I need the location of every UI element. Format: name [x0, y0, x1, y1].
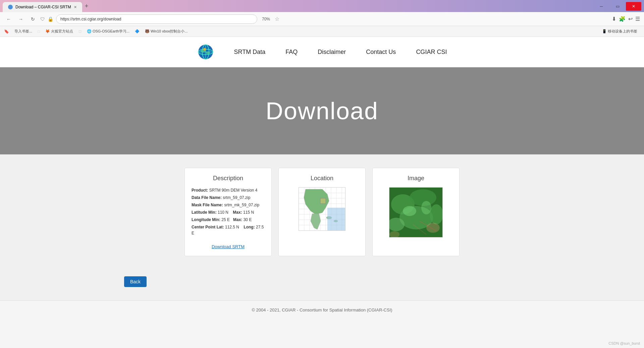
latitude-field: Latitude Min: 110 N Max: 115 N: [192, 209, 265, 215]
download-icon[interactable]: ⬇: [612, 16, 616, 22]
bookmark-win10[interactable]: 🐻 Win10 xbox控制台小...: [142, 28, 191, 34]
shield-icon: 🛡: [40, 16, 45, 22]
hero-banner: Download: [0, 67, 644, 154]
product-field: Product: SRTM 90m DEM Version 4: [192, 187, 265, 193]
srtm-terrain-image: [389, 187, 443, 237]
svg-point-36: [421, 201, 431, 214]
bookmark-import[interactable]: 导入书签...: [12, 28, 35, 34]
menu-icon[interactable]: ☰: [635, 16, 640, 22]
site-logo[interactable]: [197, 44, 214, 60]
bookmarks-bar: 🔖 导入书签... □ 🦊 火狐官方站点 ◻ 🌐 OSG-OSGEarth学习.…: [0, 26, 644, 37]
srtm-data-link[interactable]: SRTM Data: [234, 49, 266, 56]
data-file-field: Data File Name: srtm_59_07.zip: [192, 195, 265, 201]
location-card: Location: [278, 168, 366, 256]
url-bar[interactable]: [56, 14, 257, 24]
back-section: Back: [0, 276, 644, 300]
disclaimer-link[interactable]: Disclaimer: [318, 49, 346, 56]
browser-chrome: Download – CGIAR-CSI SRTM ✕ + ─ ▭ ✕ ← → …: [0, 0, 644, 37]
page-wrapper: SRTM Data FAQ Disclaimer Contact Us CGIA…: [0, 37, 644, 319]
bookmark-mobile[interactable]: 📱 移动设备上的书签: [599, 28, 640, 34]
svg-rect-28: [320, 198, 326, 204]
image-card-title: Image: [379, 175, 452, 182]
forward-nav-btn[interactable]: →: [16, 14, 25, 24]
window-controls: ─ ▭ ✕: [594, 2, 641, 12]
svg-rect-27: [327, 208, 345, 231]
svg-point-6: [206, 52, 210, 54]
cgiar-csi-link[interactable]: CGIAR CSI: [416, 49, 447, 56]
longitude-field: Longitude Min: 25 E Max: 30 E: [192, 217, 265, 223]
description-card-title: Description: [192, 175, 265, 182]
tab-close-btn[interactable]: ✕: [74, 5, 77, 9]
svg-marker-24: [311, 214, 321, 229]
site-footer: © 2004 - 2021, CGIAR - Consortium for Sp…: [0, 300, 644, 319]
description-card: Description Product: SRTM 90m DEM Versio…: [184, 168, 272, 256]
active-tab[interactable]: Download – CGIAR-CSI SRTM ✕: [3, 2, 82, 12]
download-srtm-link[interactable]: Download SRTM: [192, 244, 265, 249]
faq-link[interactable]: FAQ: [285, 49, 298, 56]
svg-point-7: [203, 48, 206, 51]
contact-us-link[interactable]: Contact Us: [366, 49, 396, 56]
bookmark-icon: 🔖: [4, 29, 9, 34]
svg-point-37: [426, 223, 440, 233]
footer-text: © 2004 - 2021, CGIAR - Consortium for Sp…: [252, 307, 392, 312]
extensions-icon[interactable]: 🧩: [619, 16, 626, 22]
location-map: [299, 187, 345, 231]
tab-bar: Download – CGIAR-CSI SRTM ✕ + ─ ▭ ✕: [0, 0, 644, 12]
image-card: Image: [372, 168, 460, 256]
center-point-field: Center Point Lat: 112.5 N Long: 27.5 E: [192, 224, 265, 236]
mask-file-field: Mask File Name: srtm_mk_59_07.zip: [192, 202, 265, 208]
site-nav: SRTM Data FAQ Disclaimer Contact Us CGIA…: [0, 37, 644, 67]
location-card-title: Location: [285, 175, 359, 182]
back-nav-btn[interactable]: ←: [4, 14, 13, 24]
description-fields: Product: SRTM 90m DEM Version 4 Data Fil…: [192, 187, 265, 236]
lock-icon: 🔒: [48, 16, 53, 22]
minimize-btn[interactable]: ─: [594, 2, 609, 11]
main-content: Description Product: SRTM 90m DEM Versio…: [0, 154, 644, 276]
reload-btn[interactable]: ↻: [28, 14, 38, 24]
address-bar: ← → ↻ 🛡 🔒 70% ☆ ⬇ 🧩 ↩ ☰: [0, 12, 644, 26]
bookmark-star-icon[interactable]: ☆: [275, 16, 279, 22]
new-tab-btn[interactable]: +: [82, 3, 91, 10]
zoom-level[interactable]: 70%: [260, 16, 272, 22]
page-title: Download: [266, 97, 378, 125]
svg-point-35: [403, 206, 416, 216]
close-btn[interactable]: ✕: [626, 2, 641, 11]
tab-title: Download – CGIAR-CSI SRTM: [15, 5, 71, 9]
bookmark-osg[interactable]: 🌐 OSG-OSGEarth学习...: [84, 28, 132, 34]
maximize-btn[interactable]: ▭: [610, 2, 625, 11]
history-back-icon[interactable]: ↩: [628, 16, 633, 22]
toolbar-right: ⬇ 🧩 ↩ ☰: [612, 16, 640, 22]
back-button[interactable]: Back: [124, 276, 147, 287]
bookmark-firefox[interactable]: 🦊 火狐官方站点: [43, 28, 76, 34]
svg-point-34: [430, 204, 443, 224]
tab-favicon: [8, 5, 13, 9]
